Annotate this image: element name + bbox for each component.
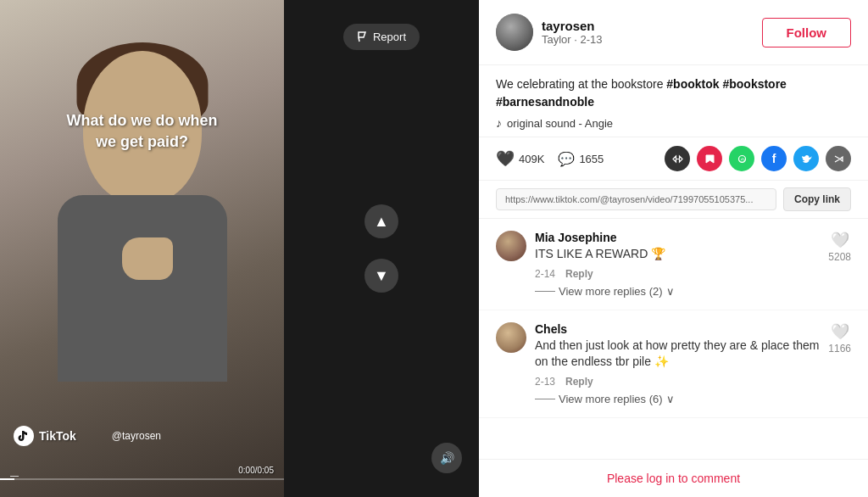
copy-link-button[interactable]: Copy link [783,187,851,211]
post-header: tayrosen Taylor · 2-13 Follow [479,0,868,65]
whatsapp-button[interactable] [729,146,754,171]
comment-meta-1: 2-14 Reply [535,268,820,280]
like-count: 409K [519,153,544,165]
user-info: tayrosen Taylor · 2-13 [496,14,603,51]
middle-panel: Report ▲ ▼ 🔊 [284,0,479,497]
comment-body-2: Chels And then just look at how pretty t… [535,322,820,405]
save-button[interactable] [697,146,722,171]
comment-like-2[interactable]: 🤍 1166 [828,322,851,405]
view-replies-line [535,291,555,292]
comment-heart-icon-2: 🤍 [831,322,849,341]
more-share-button[interactable] [826,146,851,171]
login-prompt[interactable]: Please log in to comment [496,472,851,485]
volume-button[interactable]: 🔊 [431,443,462,473]
comment-like-count-1: 5208 [828,251,851,263]
comments-section: Mia Josephine ITS LIKE A REWARD 🏆 2-14 R… [479,219,868,459]
comment-reply-2[interactable]: Reply [565,376,593,388]
comment-text-2: And then just look at how pretty they ar… [535,338,820,371]
hashtag-3[interactable]: #barnesandnoble [496,95,594,109]
hashtag-2[interactable]: #bookstore [722,77,786,91]
caption-section: We celebrating at the bookstore #booktok… [479,65,868,137]
view-replies-2[interactable]: View more replies (6) ∨ [535,393,820,405]
view-replies-line-2 [535,399,555,399]
avatar[interactable] [496,14,533,51]
user-subtitle: Taylor · 2-13 [542,33,603,46]
avatar-image [496,14,533,51]
music-note-icon: ♪ [496,116,502,130]
tiktok-handle: TikTok [39,429,76,443]
sound-name: original sound - Angie [507,117,613,130]
action-bar: 🖤 409K 💬 1655 [479,137,868,181]
comment-reply-1[interactable]: Reply [565,268,593,280]
comment-like-1[interactable]: 🤍 5208 [828,231,851,298]
report-button[interactable]: Report [343,24,420,50]
comment-heart-icon-1: 🤍 [831,231,849,249]
comment-action[interactable]: 💬 1655 [558,151,604,167]
heart-icon: 🖤 [496,149,515,168]
person-body [58,195,227,382]
comment-body-1: Mia Josephine ITS LIKE A REWARD 🏆 2-14 R… [535,231,820,298]
caption-text: We celebrating at the bookstore #booktok… [496,75,851,111]
right-panel: tayrosen Taylor · 2-13 Follow We celebra… [479,0,868,497]
video-handle: @tayrosen [112,430,161,442]
person-hand [122,237,173,280]
tiktok-branding: TikTok @tayrosen [14,426,161,446]
login-footer: Please log in to comment [479,459,868,497]
view-replies-1[interactable]: View more replies (2) ∨ [535,285,820,298]
embed-button[interactable] [665,146,690,171]
sound-info[interactable]: ♪ original sound - Angie [496,116,851,130]
tiktok-logo [14,426,34,446]
share-icons: f [665,146,851,171]
comment-count: 1655 [579,153,604,165]
nav-down-button[interactable]: ▼ [364,259,398,293]
comment-like-count-2: 1166 [828,343,851,355]
comment-icon: 💬 [558,151,575,167]
comment-item: Mia Josephine ITS LIKE A REWARD 🏆 2-14 R… [479,219,868,310]
video-url: https://www.tiktok.com/@tayrosen/video/7… [496,188,776,210]
comment-avatar-1[interactable] [496,231,526,261]
action-left: 🖤 409K 💬 1655 [496,149,604,168]
facebook-button[interactable]: f [761,146,787,171]
video-overlay-text: What do we do when we get paid? [58,110,227,153]
video-progress-bar[interactable] [0,478,284,480]
nav-up-button[interactable]: ▲ [364,204,398,238]
twitter-button[interactable] [793,146,819,171]
follow-button[interactable]: Follow [762,18,852,47]
comment-item-2: Chels And then just look at how pretty t… [479,310,868,418]
like-action[interactable]: 🖤 409K [496,149,544,168]
video-panel: What do we do when we get paid? TikTok @… [0,0,284,497]
comment-avatar-2[interactable] [496,322,526,353]
video-left-bar: — [10,471,19,480]
comment-text-1: ITS LIKE A REWARD 🏆 [535,246,820,263]
hashtag-1[interactable]: #booktok [666,77,719,91]
caption-plain: We celebrating at the bookstore [496,77,666,91]
svg-point-0 [738,155,745,162]
comment-date-1: 2-14 [535,268,555,280]
link-bar: https://www.tiktok.com/@tayrosen/video/7… [479,181,868,219]
comment-meta-2: 2-13 Reply [535,376,820,388]
comment-date-2: 2-13 [535,376,555,388]
username[interactable]: tayrosen [542,19,603,33]
comment-username-1[interactable]: Mia Josephine [535,231,820,244]
user-details: tayrosen Taylor · 2-13 [542,19,603,46]
comment-username-2[interactable]: Chels [535,322,820,336]
video-time: 0:00/0:05 [238,466,274,475]
